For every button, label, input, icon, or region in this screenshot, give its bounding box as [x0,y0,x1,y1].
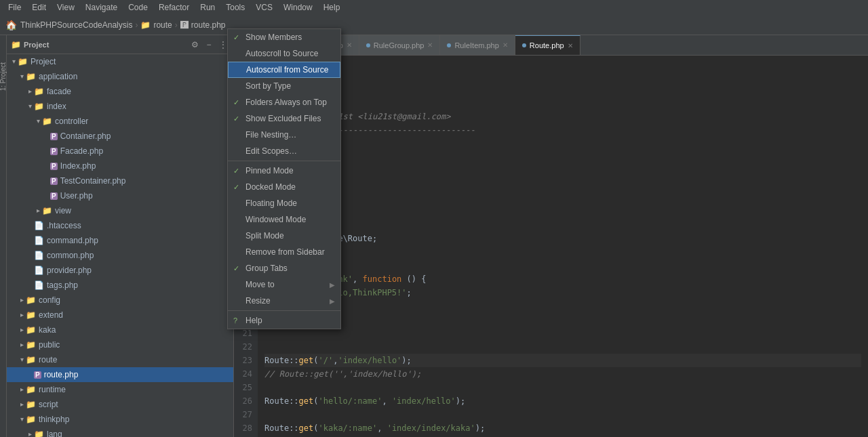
tab-close[interactable]: ✕ [347,41,352,49]
menu-item-show-members[interactable]: ✓Show Members [228,35,340,45]
code-content[interactable]: /* * Author: liu21st <liu21st@gmail.com>… [258,56,868,437]
tree-item[interactable]: ▾📁index [7,99,233,114]
menu-item-show-excluded-files[interactable]: ✓Show Excluded Files [228,110,340,127]
folder-icon: 📁 [26,295,36,305]
tree-area[interactable]: ▾📁Project▾📁application▸📁facade▾📁index▾📁c… [7,54,233,437]
menu-item-group-tabs[interactable]: ✓Group Tabs [228,260,340,276]
menu-item-docked-mode[interactable]: ✓Docked Mode [228,179,340,195]
tab-Routephp[interactable]: Route.php ✕ [515,35,580,56]
menu-tools[interactable]: Tools [220,1,250,14]
tree-arrow: ▸ [18,326,26,334]
tab-RuleItemphp[interactable]: RuleItem.php ✕ [440,35,515,56]
menu-checkmark: ✓ [233,115,241,123]
tree-item[interactable]: ▸📁extend [7,308,233,322]
php-icon: P [50,148,58,155]
menu-item-folders-always-on-top[interactable]: ✓Folders Always on Top [228,94,340,110]
tree-item[interactable]: ▸📁lang [7,427,233,437]
breadcrumb-route-label: route [153,20,172,30]
left-strip-label: 1: Project [0,62,7,91]
tree-item[interactable]: ▸📄command.php [7,233,233,248]
tab-label: RuleItem.php [454,41,498,49]
menu-item-resize[interactable]: Resize▶ [228,293,340,309]
tab-close[interactable]: ✕ [568,42,573,49]
tab-close[interactable]: ✕ [427,41,433,49]
tree-item[interactable]: ▾📁route [7,352,233,367]
code-line [264,340,861,354]
tree-item[interactable]: ▸📁config [7,293,233,308]
context-menu: ✓Show MembersAutoscroll to SourceAutoscr… [227,35,341,329]
code-line: return 'hello,ThinkPHP5!'; [264,286,861,299]
menu-checkmark: ✓ [233,183,241,192]
menu-item-split-mode[interactable]: Split Mode [228,228,340,244]
tree-arrow: ▸ [18,400,26,409]
menu-view[interactable]: View [52,1,80,14]
menu-item-windowed-mode[interactable]: Windowed Mode [228,211,340,228]
menu-checkmark: ✓ [233,167,241,175]
menu-checkmark: ✓ [233,35,241,42]
tree-item[interactable]: ▸📁script [7,397,233,412]
php-icon: P [50,163,58,170]
panel-title: Project [24,41,49,49]
menu-edit[interactable]: Edit [26,1,52,14]
tree-item[interactable]: ▾📁application [7,69,233,84]
tree-item[interactable]: ▾📁controller [7,114,233,129]
menu-item-move-to[interactable]: Move to▶ [228,276,340,293]
tree-item[interactable]: ▾📁thinkphp [7,412,233,427]
project-icon[interactable]: 🏠 [4,18,18,32]
tree-item[interactable]: ▸P TestContainer.php [7,173,233,188]
file-icon: 📄 [34,280,44,290]
tree-item[interactable]: ▾📁Project [7,54,233,69]
menu-file[interactable]: File [3,1,26,14]
panel-minus-icon[interactable]: − [203,39,215,51]
menu-item-help[interactable]: ?Help [228,312,340,329]
tree-item[interactable]: ▸P User.php [7,188,233,203]
code-line [264,327,861,340]
tree-arrow: ▸ [18,296,26,304]
menu-item-label: Remove from Sidebar [245,247,335,257]
menu-item-file-nesting[interactable]: File Nesting… [228,127,340,143]
tab-RuleGroupphp[interactable]: RuleGroup.php ✕ [359,35,441,56]
php-icon: P [34,371,41,379]
tree-item[interactable]: ▸📁runtime [7,382,233,397]
menu-run[interactable]: Run [195,1,220,14]
menu-refactor[interactable]: Refactor [153,1,195,14]
menu-item-label: Split Mode [245,231,335,241]
tree-arrow: ▾ [9,58,18,66]
code-line: * Author: liu21st <liu21st@gmail.com> [264,110,861,123]
tree-item[interactable]: ▸P route.php [7,367,233,382]
menu-item-floating-mode[interactable]: Floating Mode [228,195,340,211]
tree-item[interactable]: ▸P Index.php [7,159,233,173]
tree-item[interactable]: ▸📄provider.php [7,263,233,278]
menu-checkmark: ✓ [233,264,241,273]
menu-item-edit-scopes[interactable]: Edit Scopes… [228,143,340,159]
menu-item-remove-from-sidebar[interactable]: Remove from Sidebar [228,244,340,260]
tree-item[interactable]: ▸📁public [7,337,233,352]
tree-item[interactable]: ▸P Container.php [7,129,233,144]
tree-item[interactable]: ▸📁view [7,203,233,218]
tree-item[interactable]: ▸P Facade.php [7,144,233,159]
menu-item-autoscroll-from-source[interactable]: Autoscroll from Source [228,62,340,78]
menu-help[interactable]: Help [318,1,346,14]
code-line: /* [264,96,861,110]
menu-checkmark: ✓ [233,98,241,107]
tree-item[interactable]: ▸📁facade [7,84,233,99]
tab-close[interactable]: ✕ [502,41,508,49]
menu-item-sort-by-type[interactable]: Sort by Type [228,78,340,94]
tree-item[interactable]: ▸📄tags.php [7,278,233,293]
tree-arrow: ▸ [34,207,42,215]
tree-item[interactable]: ▸📄.htaccess [7,218,233,233]
code-line [264,259,861,272]
panel-settings-icon[interactable]: ⚙ [189,39,201,51]
menu-window[interactable]: Window [278,1,318,14]
tree-item-label: controller [55,117,88,126]
menu-vcs[interactable]: VCS [250,1,278,14]
menu-navigate[interactable]: Navigate [80,1,123,14]
left-strip: 1: Project [0,35,7,437]
tree-item[interactable]: ▸📁kaka [7,322,233,337]
menu-item-autoscroll-to-source[interactable]: Autoscroll to Source [228,45,340,62]
line-number: 22 [239,340,252,354]
menu-item-pinned-mode[interactable]: ✓Pinned Mode [228,163,340,179]
menu-code[interactable]: Code [123,1,153,14]
tree-item[interactable]: ▸📄common.php [7,248,233,263]
tree-arrow: ▾ [26,102,34,110]
